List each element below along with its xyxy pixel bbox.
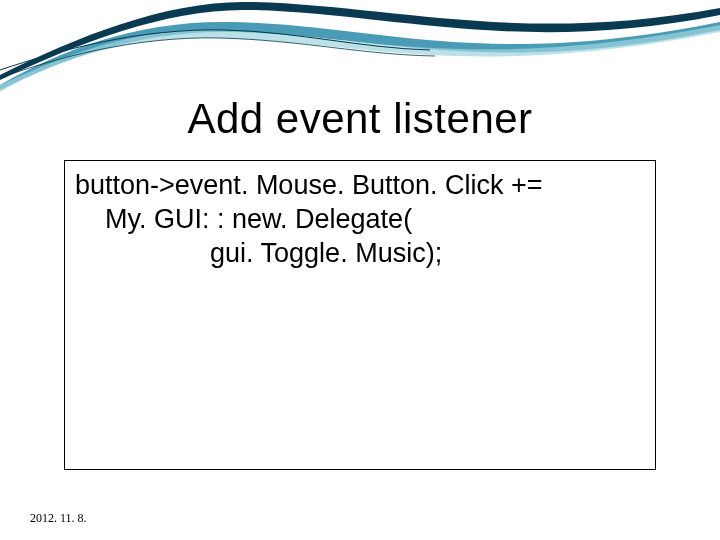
slide-date: 2012. 11. 8. — [30, 511, 87, 526]
code-line-3: gui. Toggle. Music); — [75, 237, 645, 271]
code-line-1: button->event. Mouse. Button. Click += — [75, 169, 645, 203]
slide: Add event listener button->event. Mouse.… — [0, 0, 720, 540]
code-box: button->event. Mouse. Button. Click += M… — [64, 160, 656, 470]
slide-title: Add event listener — [0, 95, 720, 143]
code-line-2: My. GUI: : new. Delegate( — [75, 203, 645, 237]
header-swoosh-graphic — [0, 0, 720, 95]
